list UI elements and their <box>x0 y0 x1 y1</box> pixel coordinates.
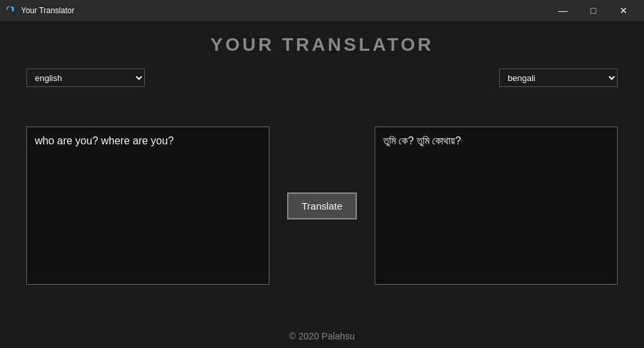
maximize-button[interactable]: □ <box>578 0 608 21</box>
app-icon <box>5 5 16 16</box>
source-language-select[interactable]: english french spanish german japanese b… <box>26 69 145 87</box>
target-text-container: তুমি কে? তুমি কোথায়? <box>375 127 618 285</box>
window-controls: — □ ✕ <box>548 0 639 21</box>
translate-button[interactable]: Translate <box>287 192 357 219</box>
translation-row: who are you? where are you? Translate তু… <box>26 97 618 314</box>
close-button[interactable]: ✕ <box>608 0 639 21</box>
copyright-text: © 2020 Palahsu <box>289 331 355 341</box>
footer: © 2020 Palahsu <box>0 321 644 348</box>
minimize-button[interactable]: — <box>548 0 578 21</box>
translate-button-container: Translate <box>282 192 362 219</box>
title-bar: Your Translator — □ ✕ <box>0 0 644 21</box>
target-language-select[interactable]: english french spanish german japanese b… <box>499 69 618 87</box>
language-row: english french spanish german japanese b… <box>26 69 618 87</box>
title-bar-text: Your Translator <box>21 6 74 15</box>
app-title: YOUR TRANSLATOR <box>211 34 434 55</box>
translated-text-display: তুমি কে? তুমি কোথায়? <box>383 135 609 276</box>
title-bar-left: Your Translator <box>5 5 74 16</box>
source-text-input[interactable]: who are you? where are you? <box>35 135 261 276</box>
source-text-container: who are you? where are you? <box>26 127 269 285</box>
main-content: YOUR TRANSLATOR english french spanish g… <box>0 21 644 321</box>
